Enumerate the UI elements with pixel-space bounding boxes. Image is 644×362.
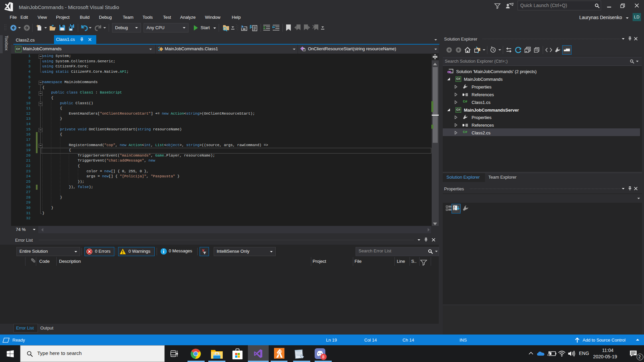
svg-text:Z: Z xyxy=(454,208,455,210)
